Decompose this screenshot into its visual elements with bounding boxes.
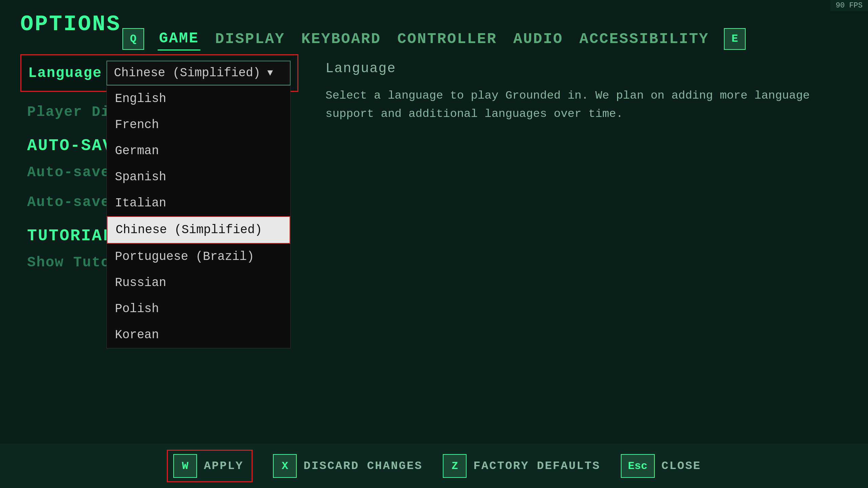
description-text: Select a language to play Grounded in. W… [326, 86, 834, 123]
lang-option-italian[interactable]: Italian [107, 190, 290, 216]
lang-option-english[interactable]: English [107, 86, 290, 112]
main-content: Language Chinese (Simplified) ▼ English … [20, 54, 848, 441]
lang-option-french[interactable]: French [107, 112, 290, 138]
lang-option-spanish[interactable]: Spanish [107, 164, 290, 190]
fps-counter: 90 FPS [830, 0, 868, 11]
tab-game[interactable]: GAME [158, 27, 200, 50]
lang-option-german[interactable]: German [107, 138, 290, 164]
language-setting-row: Language Chinese (Simplified) ▼ English … [20, 54, 298, 92]
apply-label: APPLY [204, 460, 243, 472]
tab-display[interactable]: DISPLAY [214, 28, 287, 50]
language-selected-value: Chinese (Simplified) [114, 66, 260, 80]
language-dropdown[interactable]: Chinese (Simplified) ▼ [106, 61, 291, 85]
settings-panel: Language Chinese (Simplified) ▼ English … [20, 54, 298, 441]
discard-key-badge: X [273, 454, 297, 478]
language-label: Language [28, 65, 102, 81]
tab-controller[interactable]: CONTROLLER [396, 28, 498, 50]
dropdown-arrow-icon: ▼ [267, 68, 273, 78]
lang-option-portuguese-brazil[interactable]: Portuguese (Brazil) [107, 244, 290, 270]
tab-audio[interactable]: AUDIO [512, 28, 565, 50]
close-button[interactable]: Esc CLOSE [621, 454, 701, 478]
lang-option-korean[interactable]: Korean [107, 322, 290, 348]
description-title: Language [326, 61, 834, 76]
bottom-bar: W APPLY X DISCARD CHANGES Z FACTORY DEFA… [0, 444, 868, 488]
close-key-badge: Esc [621, 454, 655, 478]
lang-option-chinese-simplified[interactable]: Chinese (Simplified) [107, 216, 290, 244]
discard-label: DISCARD CHANGES [303, 460, 422, 472]
factory-label: FACTORY DEFAULTS [473, 460, 600, 472]
discard-button[interactable]: X DISCARD CHANGES [273, 454, 422, 478]
lang-option-russian[interactable]: Russian [107, 270, 290, 296]
nav-tabs: Q GAME DISPLAY KEYBOARD CONTROLLER AUDIO… [0, 20, 868, 57]
language-dropdown-menu: English French German Spanish Italian Ch… [106, 85, 291, 348]
apply-button[interactable]: W APPLY [167, 450, 253, 482]
tab-accessibility[interactable]: ACCESSIBILITY [578, 28, 710, 50]
search-icon-btn[interactable]: Q [122, 28, 144, 50]
autosaves-label: Auto-saves [27, 194, 119, 210]
tab-keyboard[interactable]: KEYBOARD [300, 28, 382, 50]
apply-key-badge: W [173, 454, 197, 478]
description-panel: Language Select a language to play Groun… [312, 54, 848, 441]
close-label: CLOSE [662, 460, 701, 472]
language-dropdown-container: Chinese (Simplified) ▼ English French Ge… [106, 61, 291, 85]
factory-key-badge: Z [443, 454, 467, 478]
factory-defaults-button[interactable]: Z FACTORY DEFAULTS [443, 454, 600, 478]
lang-option-polish[interactable]: Polish [107, 296, 290, 322]
end-icon-btn[interactable]: E [724, 28, 746, 50]
